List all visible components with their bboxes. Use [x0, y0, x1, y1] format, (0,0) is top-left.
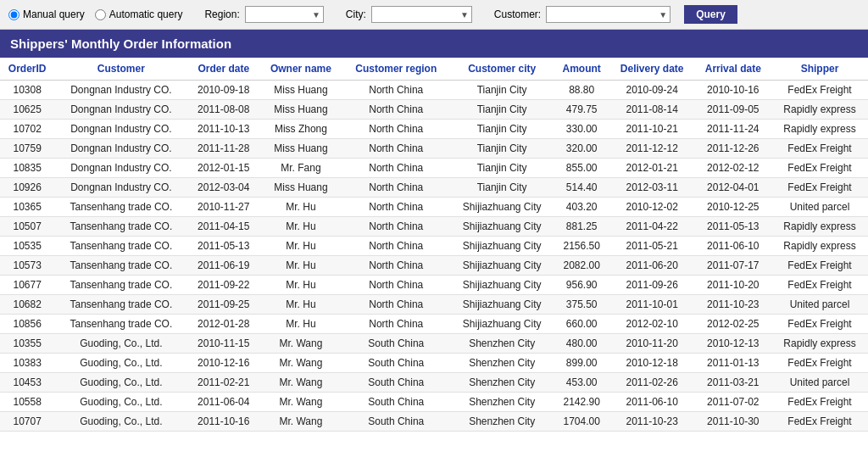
- table-row: 10383Guoding, Co., Ltd.2010-12-16Mr. Wan…: [0, 354, 868, 373]
- cell-owner-name: Mr. Hu: [259, 217, 342, 237]
- cell-owner-name: Mr. Hu: [259, 256, 342, 276]
- cell-customer-city: Shijiazhuang City: [450, 315, 554, 334]
- cell-orderid: 10453: [0, 373, 54, 393]
- cell-orderid: 10835: [0, 159, 54, 178]
- cell-shipper: United parcel: [771, 373, 868, 393]
- cell-customer-region: North China: [342, 159, 450, 178]
- cell-shipper: Rapidly express: [771, 334, 868, 354]
- table-row: 10702Dongnan Industry CO.2011-10-13Miss …: [0, 120, 868, 139]
- cell-customer-city: Shijiazhuang City: [450, 198, 554, 217]
- col-header-amount: Amount: [554, 58, 609, 81]
- cell-customer: Dongnan Industry CO.: [54, 100, 187, 120]
- table-row: 10355Guoding, Co., Ltd.2010-11-15Mr. Wan…: [0, 334, 868, 354]
- cell-customer: Tansenhang trade CO.: [54, 198, 187, 217]
- region-label: Region:: [204, 8, 239, 20]
- query-button[interactable]: Query: [684, 5, 737, 24]
- cell-customer: Guoding, Co., Ltd.: [54, 334, 187, 354]
- cell-order-date: 2011-09-25: [187, 295, 259, 315]
- col-header-customer-region: Customer region: [342, 58, 450, 81]
- cell-shipper: United parcel: [771, 198, 868, 217]
- table-row: 10365Tansenhang trade CO.2010-11-27Mr. H…: [0, 198, 868, 217]
- cell-amount: 2142.90: [554, 393, 609, 412]
- table-row: 10507Tansenhang trade CO.2011-04-15Mr. H…: [0, 217, 868, 237]
- cell-order-date: 2011-10-16: [187, 412, 259, 432]
- cell-shipper: FedEx Freight: [771, 178, 868, 198]
- region-filter: Region: North China South China ▼: [204, 6, 323, 23]
- cell-customer-city: Shenzhen City: [450, 373, 554, 393]
- cell-order-date: 2010-11-15: [187, 334, 259, 354]
- cell-customer-city: Shijiazhuang City: [450, 276, 554, 295]
- cell-customer: Dongnan Industry CO.: [54, 178, 187, 198]
- cell-delivery-date: 2012-03-11: [609, 178, 695, 198]
- cell-owner-name: Mr. Hu: [259, 315, 342, 334]
- cell-delivery-date: 2012-01-21: [609, 159, 695, 178]
- city-select[interactable]: Tianjin City Shijiazhuang City Shenzhen …: [371, 6, 472, 23]
- cell-customer-region: North China: [342, 295, 450, 315]
- cell-delivery-date: 2011-12-12: [609, 139, 695, 159]
- cell-orderid: 10702: [0, 120, 54, 139]
- table-row: 10558Guoding, Co., Ltd.2011-06-04Mr. Wan…: [0, 393, 868, 412]
- cell-owner-name: Mr. Wang: [259, 354, 342, 373]
- cell-shipper: Rapidly express: [771, 120, 868, 139]
- cell-delivery-date: 2011-10-21: [609, 120, 695, 139]
- cell-order-date: 2011-08-08: [187, 100, 259, 120]
- cell-arrival-date: 2011-07-17: [695, 256, 771, 276]
- cell-amount: 320.00: [554, 139, 609, 159]
- cell-orderid: 10558: [0, 393, 54, 412]
- manual-query-radio[interactable]: Manual query: [8, 8, 85, 20]
- cell-owner-name: Mr. Wang: [259, 393, 342, 412]
- cell-owner-name: Miss Huang: [259, 100, 342, 120]
- cell-customer: Guoding, Co., Ltd.: [54, 393, 187, 412]
- cell-shipper: FedEx Freight: [771, 276, 868, 295]
- cell-customer-region: North China: [342, 100, 450, 120]
- cell-order-date: 2011-09-22: [187, 276, 259, 295]
- cell-arrival-date: 2011-10-20: [695, 276, 771, 295]
- cell-customer: Tansenhang trade CO.: [54, 295, 187, 315]
- col-header-shipper: Shipper: [771, 58, 868, 81]
- cell-arrival-date: 2010-10-16: [695, 81, 771, 100]
- cell-owner-name: Mr. Fang: [259, 159, 342, 178]
- cell-delivery-date: 2010-11-20: [609, 334, 695, 354]
- customer-label: Customer:: [494, 8, 541, 20]
- cell-customer-city: Shenzhen City: [450, 334, 554, 354]
- cell-amount: 330.00: [554, 120, 609, 139]
- cell-customer: Dongnan Industry CO.: [54, 81, 187, 100]
- auto-query-label: Automatic query: [109, 8, 183, 20]
- cell-customer-city: Tianjin City: [450, 120, 554, 139]
- cell-delivery-date: 2011-10-01: [609, 295, 695, 315]
- cell-delivery-date: 2012-02-10: [609, 315, 695, 334]
- col-header-owner-name: Owner name: [259, 58, 342, 81]
- cell-arrival-date: 2011-10-23: [695, 295, 771, 315]
- cell-amount: 403.20: [554, 198, 609, 217]
- cell-shipper: FedEx Freight: [771, 256, 868, 276]
- cell-order-date: 2010-12-16: [187, 354, 259, 373]
- customer-select[interactable]: Dongnan Industry CO. Tansenhang trade CO…: [546, 6, 670, 23]
- city-filter: City: Tianjin City Shijiazhuang City She…: [346, 6, 472, 23]
- cell-shipper: United parcel: [771, 295, 868, 315]
- cell-amount: 375.50: [554, 295, 609, 315]
- cell-owner-name: Miss Zhong: [259, 120, 342, 139]
- cell-customer-region: North China: [342, 120, 450, 139]
- table-row: 10677Tansenhang trade CO.2011-09-22Mr. H…: [0, 276, 868, 295]
- cell-customer: Tansenhang trade CO.: [54, 237, 187, 256]
- cell-customer-region: North China: [342, 139, 450, 159]
- cell-customer: Guoding, Co., Ltd.: [54, 412, 187, 432]
- cell-orderid: 10535: [0, 237, 54, 256]
- cell-owner-name: Miss Huang: [259, 81, 342, 100]
- cell-amount: 855.00: [554, 159, 609, 178]
- auto-query-radio[interactable]: Automatic query: [95, 8, 183, 20]
- region-select[interactable]: North China South China: [245, 6, 324, 23]
- cell-amount: 2082.00: [554, 256, 609, 276]
- cell-delivery-date: 2010-12-02: [609, 198, 695, 217]
- cell-shipper: FedEx Freight: [771, 81, 868, 100]
- cell-arrival-date: 2011-01-13: [695, 354, 771, 373]
- cell-customer-region: North China: [342, 276, 450, 295]
- col-header-delivery-date: Delivery date: [609, 58, 695, 81]
- cell-customer-region: North China: [342, 81, 450, 100]
- cell-order-date: 2011-02-21: [187, 373, 259, 393]
- cell-owner-name: Miss Huang: [259, 178, 342, 198]
- cell-order-date: 2011-10-13: [187, 120, 259, 139]
- cell-amount: 88.80: [554, 81, 609, 100]
- cell-shipper: FedEx Freight: [771, 412, 868, 432]
- cell-orderid: 10759: [0, 139, 54, 159]
